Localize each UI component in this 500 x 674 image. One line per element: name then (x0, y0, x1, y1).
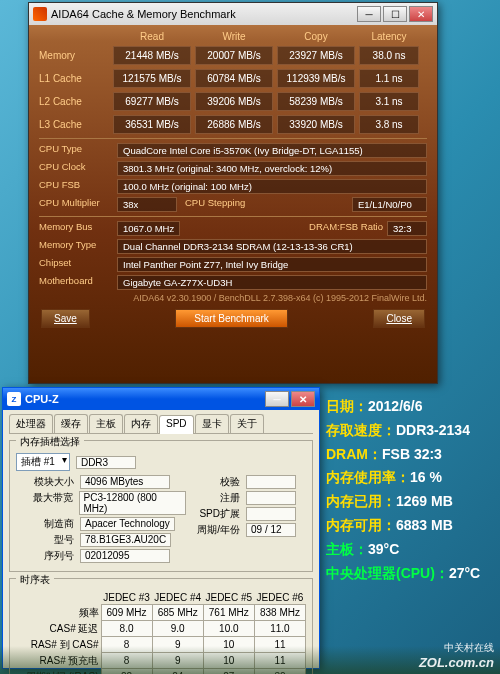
aida-row-l1: L1 Cache 121575 MB/s 60784 MB/s 112939 M… (39, 69, 427, 88)
aida-cpu-clock: CPU Clock 3801.3 MHz (original: 3400 MHz… (39, 161, 427, 176)
aida-motherboard: Motherboard Gigabyte GA-Z77X-UD3H (39, 275, 427, 290)
tab-memory[interactable]: 内存 (124, 414, 158, 433)
aida-cpu-multiplier: CPU Multiplier 38x CPU Stepping E1/L1/N0… (39, 197, 427, 212)
minimize-button[interactable]: ─ (357, 6, 381, 22)
aida-cpu-fsb: CPU FSB 100.0 MHz (original: 100 MHz) (39, 179, 427, 194)
aida-row-l3: L3 Cache 36531 MB/s 26886 MB/s 33920 MB/… (39, 115, 427, 134)
week-year: 09 / 12 (246, 523, 296, 537)
aida-memory-bus: Memory Bus 1067.0 MHz DRAM:FSB Ratio 32:… (39, 221, 427, 236)
cpuz-icon: Z (7, 392, 21, 406)
cpuz-minimize-button[interactable]: ─ (265, 391, 289, 407)
serial: 02012095 (80, 549, 170, 563)
tab-mainboard[interactable]: 主板 (89, 414, 123, 433)
bandwidth: PC3-12800 (800 MHz) (79, 491, 186, 515)
aida-cpu-type: CPU Type QuadCore Intel Core i5-3570K (I… (39, 143, 427, 158)
aida-icon (33, 7, 47, 21)
slot-selection-fieldset: 内存插槽选择 插槽 #1 DDR3 模块大小4096 MBytes 最大带宽PC… (9, 440, 313, 572)
tab-cache[interactable]: 缓存 (54, 414, 88, 433)
cpuz-title: CPU-Z (25, 393, 59, 405)
aida-chipset: Chipset Intel Panther Point Z77, Intel I… (39, 257, 427, 272)
aida-footer: AIDA64 v2.30.1900 / BenchDLL 2.7.398-x64… (39, 293, 427, 303)
close-button[interactable]: ✕ (409, 6, 433, 22)
timing-row: CAS# 延迟8.09.010.011.0 (16, 621, 306, 637)
manufacturer: Apacer Technology (80, 517, 175, 531)
aida-title: AIDA64 Cache & Memory Benchmark (51, 8, 236, 20)
slot-type: DDR3 (76, 456, 136, 469)
cpuz-titlebar[interactable]: Z CPU-Z ─ ✕ (3, 388, 319, 410)
maximize-button[interactable]: ☐ (383, 6, 407, 22)
tab-cpu[interactable]: 处理器 (9, 414, 53, 433)
cpuz-close-button[interactable]: ✕ (291, 391, 315, 407)
aida-row-memory: Memory 21448 MB/s 20007 MB/s 23927 MB/s … (39, 46, 427, 65)
timing-header-row: JEDEC #3 JEDEC #4 JEDEC #5 JEDEC #6 (16, 591, 306, 605)
tab-spd[interactable]: SPD (159, 415, 194, 434)
part-number: 78.B1GE3.AU20C (80, 533, 171, 547)
aida64-window: AIDA64 Cache & Memory Benchmark ─ ☐ ✕ Re… (28, 2, 438, 384)
cpuz-tabs: 处理器 缓存 主板 内存 SPD 显卡 关于 (9, 414, 313, 434)
tab-graphics[interactable]: 显卡 (195, 414, 229, 433)
watermark: 中关村在线 ZOL.com.cn (419, 641, 494, 670)
start-benchmark-button[interactable]: Start Benchmark (175, 309, 287, 328)
aida-titlebar[interactable]: AIDA64 Cache & Memory Benchmark ─ ☐ ✕ (29, 3, 437, 25)
cpuz-window: Z CPU-Z ─ ✕ 处理器 缓存 主板 内存 SPD 显卡 关于 内存插槽选… (2, 387, 320, 669)
module-size: 4096 MBytes (80, 475, 170, 489)
aida-row-l2: L2 Cache 69277 MB/s 39206 MB/s 58239 MB/… (39, 92, 427, 111)
desktop-info-overlay: 日期：2012/6/6 存取速度：DDR3-2134 DRAM：FSB 32:3… (326, 395, 492, 585)
close-dialog-button[interactable]: Close (373, 309, 425, 328)
timing-row: 频率609 MHz685 MHz761 MHz838 MHz (16, 605, 306, 621)
aida-memory-type: Memory Type Dual Channel DDR3-2134 SDRAM… (39, 239, 427, 254)
slot-select[interactable]: 插槽 #1 (16, 453, 70, 471)
tab-about[interactable]: 关于 (230, 414, 264, 433)
save-button[interactable]: Save (41, 309, 90, 328)
aida-column-headers: Read Write Copy Latency (39, 31, 427, 42)
